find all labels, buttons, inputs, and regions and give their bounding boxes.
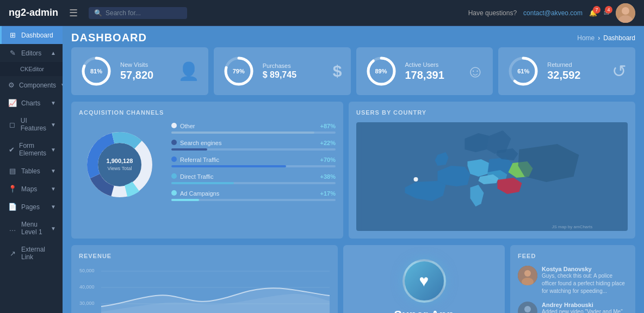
app-circle-icon: ♥: [403, 259, 446, 303]
main-content: DASHBOARD Home › Dashboard 81%: [63, 26, 644, 313]
sidebar-item-label: Maps: [21, 185, 46, 193]
stat-icon-refresh: ↺: [612, 61, 627, 82]
sidebar-item-label: Pages: [21, 203, 46, 211]
app-panel: ♥ Super App: [343, 245, 505, 313]
editors-icon: ✎: [8, 49, 17, 57]
breadcrumb-home[interactable]: Home: [577, 34, 595, 42]
breadcrumb-current: Dashboard: [603, 34, 635, 42]
sidebar-item-components[interactable]: ⚙ Components ▼: [0, 76, 63, 94]
svg-text:40,000: 40,000: [79, 284, 95, 290]
form-icon: ✔: [8, 146, 15, 154]
sidebar: ⊞ Dashboard ✎ Editors ▲ CKEditor ⚙ Compo…: [0, 26, 63, 313]
maps-icon: 📍: [8, 185, 17, 193]
breadcrumb-separator: ›: [598, 34, 600, 42]
search-input[interactable]: [106, 9, 182, 17]
breadcrumb: Home › Dashboard: [577, 34, 635, 42]
menu-icon: …: [8, 224, 17, 233]
brand-logo: ng2-admin: [9, 7, 58, 18]
page-title: DASHBOARD: [71, 32, 147, 44]
ui-icon: ◻: [8, 121, 16, 129]
sidebar-item-dashboard[interactable]: ⊞ Dashboard: [0, 26, 63, 44]
sidebar-item-label: Charts: [21, 99, 46, 107]
sidebar-item-pages[interactable]: 📄 Pages ▼: [0, 198, 63, 216]
dashboard-icon: ⊞: [8, 31, 17, 39]
svg-point-1: [622, 7, 629, 15]
sidebar-item-label: Dashboard: [21, 32, 56, 39]
revenue-panel: REVENUE 50,000 40,000 30,000: [71, 245, 338, 313]
sidebar-item-label: Menu Level 1: [21, 221, 46, 236]
acq-item-ad: Ad Campaigns +17%: [171, 190, 336, 201]
stat-circle-new-visits: 81%: [80, 55, 113, 87]
chevron-down-icon: ▼: [51, 100, 56, 106]
stat-value-new-visits: 57,820: [120, 69, 170, 82]
sidebar-item-charts[interactable]: 📈 Charts ▼: [0, 94, 63, 112]
stat-circle-returned: 61%: [507, 55, 540, 87]
feed-name-2: Andrey Hrabouski: [542, 302, 623, 308]
sidebar-item-ui-features[interactable]: ◻ UI Features ▼: [0, 112, 63, 137]
acq-pct-ad: +17%: [320, 190, 336, 197]
stat-value-purchases: $ 89,745: [263, 70, 325, 80]
sidebar-item-maps[interactable]: 📍 Maps ▼: [0, 180, 63, 198]
chevron-down-icon: ▼: [51, 204, 56, 210]
acquisition-title: ACQUISITION CHANNELS: [79, 109, 336, 116]
stat-card-purchases: 79% Purchases $ 89,745 $: [214, 47, 351, 95]
stat-pct-purchases: 79%: [233, 68, 245, 74]
feed-avatar-1: [518, 266, 537, 285]
map-panel: USERS BY COUNTRY: [349, 102, 635, 239]
stat-info-purchases: Purchases $ 89,745: [263, 62, 325, 80]
donut-chart: 1,900,128 Views Total: [79, 124, 160, 205]
svg-point-17: [99, 144, 140, 185]
sidebar-item-editors[interactable]: ✎ Editors ▲: [0, 44, 63, 62]
notification-bell[interactable]: 🔔 7: [589, 9, 597, 17]
chevron-down-icon: ▼: [51, 186, 56, 192]
sidebar-item-label: Tables: [21, 167, 46, 175]
stat-label-purchases: Purchases: [263, 62, 325, 69]
stat-pct-returned: 61%: [517, 68, 529, 74]
acq-label-referral: Referral Traffic: [180, 156, 219, 163]
svg-text:JS map by amCharts: JS map by amCharts: [552, 224, 593, 229]
feed-panel: FEED Kostya Danovsky Guys, check this ou…: [510, 245, 635, 313]
have-questions-text: Have questions?: [468, 9, 517, 17]
sidebar-item-label: Components: [19, 82, 56, 89]
feed-item-1: Kostya Danovsky Guys, check this out: A …: [518, 266, 628, 295]
stat-label-returned: Returned: [547, 61, 604, 68]
stat-card-returned: 61% Returned 32,592 ↺: [498, 47, 635, 95]
chevron-down-icon: ▼: [51, 122, 56, 128]
acq-label-ad: Ad Campaigns: [180, 190, 219, 197]
acq-label-search: Search engines: [180, 140, 221, 146]
sidebar-item-form-elements[interactable]: ✔ Form Elements ▼: [0, 137, 63, 162]
sidebar-item-external[interactable]: ↗ External Link: [0, 241, 63, 266]
chevron-down-icon: ▼: [51, 168, 56, 174]
acq-item-search: Search engines +22%: [171, 139, 336, 151]
acquisition-inner: 1,900,128 Views Total Other +87%: [79, 122, 336, 206]
components-icon: ⚙: [8, 81, 15, 89]
svg-text:Views Total: Views Total: [107, 166, 132, 171]
main-inner: 81% New Visits 57,820 👤 79: [63, 47, 644, 313]
svg-text:30,000: 30,000: [79, 301, 95, 306]
stat-pct-new-visits: 81%: [90, 68, 102, 74]
breadcrumb-bar: DASHBOARD Home › Dashboard: [63, 26, 644, 47]
hamburger-icon[interactable]: ☰: [69, 7, 78, 19]
avatar[interactable]: [616, 3, 635, 23]
sidebar-item-label: Editors: [21, 49, 46, 57]
external-icon: ↗: [8, 249, 17, 258]
notification-badge: 7: [593, 6, 600, 14]
contact-link[interactable]: contact@akveo.com: [523, 9, 583, 17]
stat-card-active-users: 89% Active Users 178,391 ☺: [356, 47, 493, 95]
sidebar-item-ckeditor[interactable]: CKEditor: [13, 62, 63, 76]
sidebar-item-menu1[interactable]: … Menu Level 1 ▼: [0, 216, 63, 241]
acq-pct-other: +87%: [320, 123, 336, 129]
stat-icon-person: 👤: [178, 61, 200, 82]
sidebar-item-tables[interactable]: ▤ Tables ▼: [0, 162, 63, 180]
revenue-title: REVENUE: [79, 253, 330, 259]
feed-content-2: Andrey Hrabouski Added new video "Vader …: [542, 302, 623, 313]
tables-icon: ▤: [8, 167, 17, 175]
topbar: ng2-admin ☰ 🔍 Have questions? contact@ak…: [0, 0, 644, 26]
stat-icon-dollar: $: [333, 62, 342, 80]
app-name: Super App: [394, 308, 454, 314]
stat-info-new-visits: New Visits 57,820: [120, 61, 170, 82]
stat-label-new-visits: New Visits: [120, 61, 170, 68]
mail-icon-wrap[interactable]: ✉ 4: [604, 9, 609, 17]
sidebar-item-label: CKEditor: [20, 66, 57, 72]
chevron-down-icon: ▼: [51, 147, 56, 153]
